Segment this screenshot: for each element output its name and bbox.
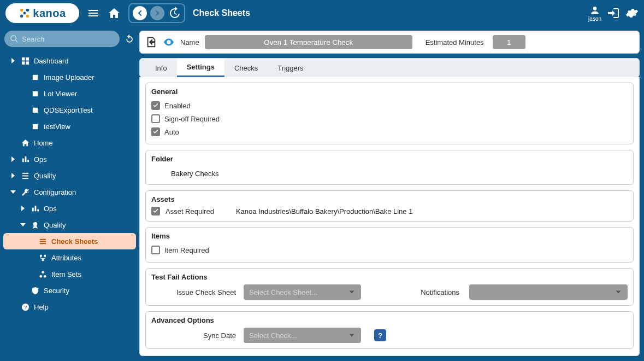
- svg-point-16: [33, 222, 37, 226]
- folder-value: Bakery Checks: [151, 166, 628, 179]
- syncdate-select[interactable]: Select Check...: [244, 328, 361, 343]
- enabled-checkbox[interactable]: [151, 101, 160, 110]
- nav-history-group: [128, 3, 185, 23]
- logo-icon: [19, 7, 31, 19]
- sidebar-item-image-uploader[interactable]: Image Uploader: [3, 69, 136, 85]
- svg-rect-9: [32, 74, 37, 79]
- login-icon[interactable]: [607, 7, 620, 20]
- tab-settings[interactable]: Settings: [177, 59, 224, 77]
- nav-back-button[interactable]: [133, 6, 147, 20]
- svg-rect-11: [32, 107, 37, 112]
- svg-point-2: [20, 15, 23, 18]
- svg-rect-13: [22, 172, 28, 173]
- svg-point-1: [26, 9, 29, 12]
- history-icon[interactable]: [168, 7, 181, 20]
- attributes-icon: [38, 253, 47, 262]
- chevron-down-icon: [348, 331, 356, 339]
- syncdate-label: Sync Date: [151, 331, 236, 340]
- items-card: Items Item Required: [145, 227, 634, 263]
- svg-point-4: [23, 12, 26, 15]
- assets-title: Assets: [151, 195, 628, 203]
- svg-rect-6: [26, 57, 29, 60]
- svg-rect-5: [21, 57, 25, 60]
- sidebar-item-conf-ops[interactable]: Ops: [3, 200, 136, 217]
- user-menu[interactable]: jason: [588, 5, 601, 22]
- sidebar-item-testview[interactable]: testView: [3, 118, 136, 135]
- svg-point-23: [39, 275, 42, 277]
- sidebar-item-home[interactable]: Home: [3, 135, 136, 151]
- svg-rect-20: [39, 254, 42, 257]
- advanced-title: Advanced Options: [151, 316, 628, 324]
- sidebar-item-item-sets[interactable]: Item Sets: [3, 266, 136, 282]
- est-label: Estimated Minutes: [426, 38, 484, 46]
- chevron-down-icon: [348, 288, 356, 296]
- checksheet-icon: [38, 237, 47, 246]
- tab-info[interactable]: Info: [145, 59, 177, 77]
- sidebar-item-quality[interactable]: Quality: [3, 167, 136, 184]
- user-name: jason: [588, 16, 601, 22]
- svg-rect-10: [32, 91, 37, 96]
- gear-icon[interactable]: [625, 7, 639, 20]
- asset-required-label: Asset Required: [166, 207, 214, 216]
- sidebar-item-dashboard[interactable]: Dashboard: [3, 53, 136, 69]
- svg-rect-8: [26, 61, 29, 65]
- tab-checks[interactable]: Checks: [224, 59, 268, 77]
- home-icon[interactable]: [108, 7, 121, 20]
- asset-required-checkbox[interactable]: [151, 207, 160, 216]
- logo-text: kanoa: [33, 7, 66, 20]
- search-input-wrap[interactable]: [4, 31, 120, 47]
- page-title: Check Sheets: [193, 8, 250, 18]
- square-icon: [31, 122, 39, 131]
- svg-rect-22: [42, 259, 44, 261]
- general-title: General: [151, 88, 628, 96]
- sidebar-item-security[interactable]: Security: [3, 282, 136, 299]
- award-icon: [31, 220, 39, 229]
- item-required-checkbox[interactable]: [151, 246, 160, 254]
- hamburger-icon[interactable]: [87, 7, 100, 20]
- sidebar-item-attributes[interactable]: Attributes: [3, 249, 136, 266]
- notifications-select[interactable]: [469, 284, 628, 300]
- asset-path: Kanoa Industries\Buffalo Bakery\Producti…: [236, 207, 413, 216]
- svg-rect-15: [22, 178, 28, 179]
- list-icon: [21, 171, 29, 180]
- tools-icon: [21, 188, 29, 196]
- svg-rect-17: [39, 238, 45, 240]
- name-input[interactable]: [205, 35, 412, 49]
- issue-checksheet-select[interactable]: Select Check Sheet...: [244, 284, 361, 300]
- signoff-checkbox[interactable]: [151, 114, 160, 123]
- square-icon: [31, 89, 39, 98]
- svg-rect-19: [39, 243, 45, 244]
- enabled-label: Enabled: [164, 102, 191, 110]
- notifications-label: Notifications: [421, 288, 462, 296]
- nav-forward-button[interactable]: [150, 6, 164, 20]
- sidebar-item-help[interactable]: ?Help: [3, 299, 136, 315]
- syncdate-help-button[interactable]: ?: [374, 329, 386, 341]
- dashboard-icon: [21, 56, 29, 65]
- svg-rect-18: [39, 241, 45, 242]
- est-minutes-input[interactable]: [493, 35, 525, 49]
- shield-icon: [31, 286, 39, 295]
- sidebar-item-qdsexport[interactable]: QDSExportTest: [3, 102, 136, 118]
- ops-icon: [21, 155, 29, 164]
- auto-checkbox[interactable]: [151, 127, 160, 136]
- search-input[interactable]: [22, 35, 104, 43]
- refresh-icon[interactable]: [124, 33, 135, 44]
- itemsets-icon: [38, 270, 47, 278]
- sidebar-item-configuration[interactable]: Configuration: [3, 184, 136, 200]
- settings-panel: General Enabled Sign-off Required Auto F…: [139, 77, 640, 356]
- search-icon: [10, 34, 19, 43]
- sidebar-item-check-sheets[interactable]: Check Sheets: [3, 233, 136, 249]
- testfail-title: Test Fail Actions: [151, 273, 628, 281]
- svg-point-0: [20, 9, 23, 12]
- sidebar-item-conf-quality[interactable]: Quality: [3, 217, 136, 233]
- tab-triggers[interactable]: Triggers: [268, 59, 313, 77]
- nav-tree: Dashboard Image Uploader Lot Viewer QDSE…: [3, 53, 136, 315]
- export-icon[interactable]: [145, 36, 157, 48]
- sidebar-item-lot-viewer[interactable]: Lot Viewer: [3, 85, 136, 102]
- square-icon: [31, 73, 39, 81]
- sidebar-item-ops[interactable]: Ops: [3, 151, 136, 167]
- items-title: Items: [151, 232, 628, 240]
- signoff-label: Sign-off Required: [164, 115, 220, 123]
- eye-icon[interactable]: [163, 36, 175, 48]
- logo: kanoa: [5, 3, 79, 23]
